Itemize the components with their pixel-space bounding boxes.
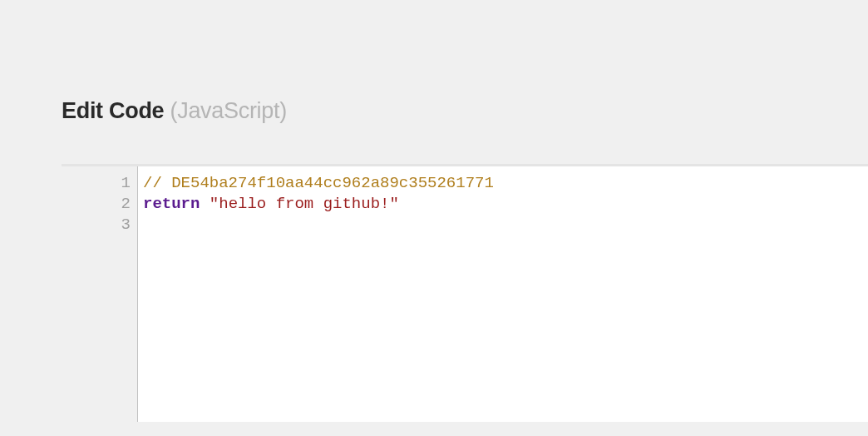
page-title-main: Edit Code [62, 98, 164, 123]
code-editor: 123 // DE54ba274f10aa44cc962a89c35526177… [62, 164, 868, 422]
line-number-gutter: 123 [62, 166, 138, 422]
page-title-language: (JavaScript) [170, 98, 287, 123]
line-number: 1 [62, 173, 131, 194]
page-title: Edit Code (JavaScript) [62, 98, 868, 124]
line-number: 2 [62, 194, 131, 215]
code-line[interactable]: // DE54ba274f10aa44cc962a89c355261771 [143, 173, 868, 194]
code-line[interactable] [143, 215, 868, 235]
code-input-area[interactable]: // DE54ba274f10aa44cc962a89c355261771ret… [138, 166, 868, 422]
code-line[interactable]: return "hello from github!" [143, 194, 868, 215]
line-number: 3 [62, 215, 131, 235]
